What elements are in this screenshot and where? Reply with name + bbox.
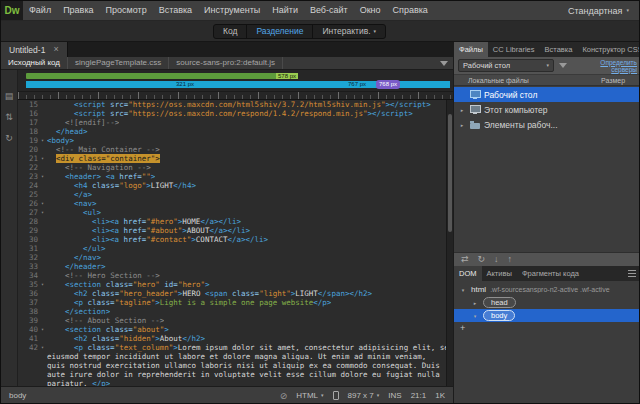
code-line[interactable]: 31</ul> (18, 244, 446, 253)
code-line[interactable]: 41<h2 class="hidden">About</h2> (18, 334, 446, 343)
code-view-button[interactable]: Код (214, 25, 247, 38)
vertical-scrollbar[interactable] (446, 100, 453, 386)
tab-cc-libraries[interactable]: CC Libraries (488, 42, 540, 57)
tab-dom[interactable]: DOM (454, 266, 482, 281)
file-tree-item[interactable]: ▸Элементы рабоч... (454, 117, 640, 132)
menu-item[interactable]: Вставка (153, 1, 198, 20)
expand-icon[interactable]: ▸ (458, 107, 466, 113)
code-line[interactable]: 40▾<section class="about"> (18, 325, 446, 334)
file-management-icon[interactable]: ⇅ (5, 113, 13, 122)
live-view-button[interactable]: Интерактив. ▾ (313, 25, 385, 38)
open-documents-icon[interactable]: ▤ (5, 92, 14, 101)
code-line[interactable]: 27▾<ul> (18, 208, 446, 217)
menu-item[interactable]: Справка (387, 1, 434, 20)
tag-selector-body[interactable]: body (9, 391, 26, 400)
tab-конструктор-css[interactable]: Конструктор CSS (577, 42, 640, 57)
refresh-icon[interactable]: ↻ (478, 255, 486, 264)
fold-toggle-icon[interactable]: ▾ (38, 172, 47, 181)
menu-item[interactable]: Инструменты (198, 1, 266, 20)
fold-toggle-icon[interactable]: ▾ (38, 154, 47, 163)
code-line[interactable]: pariatur. </p> (18, 379, 446, 386)
get-files-icon[interactable]: ↓ (494, 255, 499, 264)
tab-фрагменты-кода[interactable]: Фрагменты кода (517, 266, 584, 281)
dom-head-pill[interactable]: head (483, 297, 516, 308)
window-size-indicator[interactable]: 897 x 7 ▾ (348, 391, 380, 400)
fold-toggle-icon[interactable]: ▾ (38, 208, 47, 217)
code-line[interactable]: 29<li><a href="#about">ABOUT</a></li> (18, 226, 446, 235)
media-query-purple-label[interactable]: 768 px (376, 80, 400, 89)
media-query-bar[interactable]: 578 px 321 px 767 px 768 px (18, 70, 453, 100)
code-line[interactable]: 18</head> (18, 127, 446, 136)
code-line[interactable]: 28<li><a href="#hero">HOME</a></li> (18, 217, 446, 226)
code-line[interactable]: 32</nav> (18, 253, 446, 262)
close-icon[interactable]: × (53, 45, 58, 54)
dom-node-html[interactable]: ▾ html .wf-sourcesanspro-n2-active .wf-a… (454, 283, 640, 296)
code-line[interactable]: 30<li><a href="#contact">CONTACT</a></li… (18, 235, 446, 244)
code-line[interactable]: 42▾<p class="text_column">Lorem ipsum do… (18, 343, 446, 352)
code-line[interactable]: 37<p class="tagline">Light is a simple o… (18, 298, 446, 307)
code-line[interactable]: quis nostrud exercitation ullamco labori… (18, 361, 446, 370)
code-line[interactable]: 24<h4 class="logo">LIGHT</h4> (18, 181, 446, 190)
related-file[interactable]: singlePageTemplate.css (68, 57, 169, 69)
expand-icon[interactable]: ▸ (471, 300, 479, 306)
define-servers-link[interactable]: Определить серверы (583, 59, 637, 73)
code-line[interactable]: aute irure dolor in reprehenderit in vol… (18, 370, 446, 379)
collapse-icon[interactable]: ▾ (471, 313, 479, 319)
dom-node-body[interactable]: ▾ body (454, 309, 640, 322)
column-size[interactable]: Размер (601, 77, 640, 84)
doc-type-indicator[interactable]: HTML ▾ (296, 391, 323, 400)
code-line[interactable]: 23▾<header> <a href=""> (18, 172, 446, 181)
media-query-green-bar[interactable]: 578 px (26, 73, 298, 79)
files-filter-icon[interactable] (559, 63, 567, 68)
app-logo[interactable]: Dw (1, 1, 23, 20)
file-tree-item[interactable]: Рабочий стол (454, 87, 640, 102)
dom-body-pill[interactable]: body (483, 310, 515, 321)
tab-файлы[interactable]: Файлы (454, 42, 488, 57)
menu-item[interactable]: Найти (266, 1, 304, 20)
code-line[interactable]: 15<script src="https://oss.maxcdn.com/ht… (18, 100, 446, 109)
fold-toggle-icon[interactable]: ▾ (38, 343, 47, 352)
related-file[interactable]: source-sans-pro:2:default.js (169, 57, 283, 69)
fold-toggle-icon[interactable]: ▾ (38, 280, 47, 289)
code-line[interactable]: 35▾<section class="hero" id="hero"> (18, 280, 446, 289)
code-line[interactable]: 17<![endif]--> (18, 118, 446, 127)
code-line[interactable]: eiusmod tempor incididunt ut labore et d… (18, 352, 446, 361)
lint-status-icon[interactable]: ⊘ (280, 391, 288, 401)
menu-item[interactable]: Веб-сайт (304, 1, 354, 20)
code-line[interactable]: 39<!-- About Section --> (18, 316, 446, 325)
menu-item[interactable]: Файл (23, 1, 57, 20)
related-file[interactable]: Исходный код (1, 57, 68, 69)
expand-icon[interactable]: ▸ (458, 122, 466, 128)
filter-icon[interactable] (440, 61, 448, 66)
tab-вставка[interactable]: Вставка (540, 42, 578, 57)
code-line[interactable]: 38</section> (18, 307, 446, 316)
dom-node-head[interactable]: ▸ head (454, 296, 640, 309)
code-editor[interactable]: 15<script src="https://oss.maxcdn.com/ht… (18, 100, 453, 386)
scrollbar-thumb[interactable] (448, 114, 452, 232)
put-files-icon[interactable]: ↑ (508, 255, 513, 264)
workspace-switcher[interactable]: Стандартная ▾ (568, 6, 639, 16)
column-local-files[interactable]: Локальные файлы (454, 77, 601, 84)
code-line[interactable]: 22<!-- Navigation --> (18, 163, 446, 172)
code-line[interactable]: 20<!-- Main Container --> (18, 145, 446, 154)
collapse-icon[interactable]: ▾ (459, 287, 467, 293)
code-line[interactable]: 16<script src="https://oss.maxcdn.com/re… (18, 109, 446, 118)
fold-toggle-icon[interactable]: ▾ (38, 136, 47, 145)
device-preview-icon[interactable] (333, 391, 339, 400)
code-line[interactable]: 36<h2 class="hero_header">HERO <span cla… (18, 289, 446, 298)
refresh-icon[interactable]: ↻ (5, 134, 13, 143)
panel-menu[interactable] (628, 266, 640, 281)
file-tree-item[interactable]: ▸Этот компьютер (454, 102, 640, 117)
menu-item[interactable]: Просмотр (100, 1, 153, 20)
fold-toggle-icon[interactable]: ▾ (38, 199, 47, 208)
split-view-button[interactable]: Разделение (247, 25, 313, 38)
code-line[interactable]: 19▾<body> (18, 136, 446, 145)
code-line[interactable]: 34<!-- Hero Section --> (18, 271, 446, 280)
code-line[interactable]: 26▾<nav> (18, 199, 446, 208)
add-element-button[interactable]: + (460, 324, 465, 333)
code-line[interactable]: 21▾<div class="container"> (18, 154, 446, 163)
menu-item[interactable]: Окно (354, 1, 387, 20)
menu-item[interactable]: Правка (57, 1, 99, 20)
site-select[interactable]: Рабочий стол ▾ (458, 59, 554, 72)
fold-toggle-icon[interactable]: ▾ (38, 325, 47, 334)
